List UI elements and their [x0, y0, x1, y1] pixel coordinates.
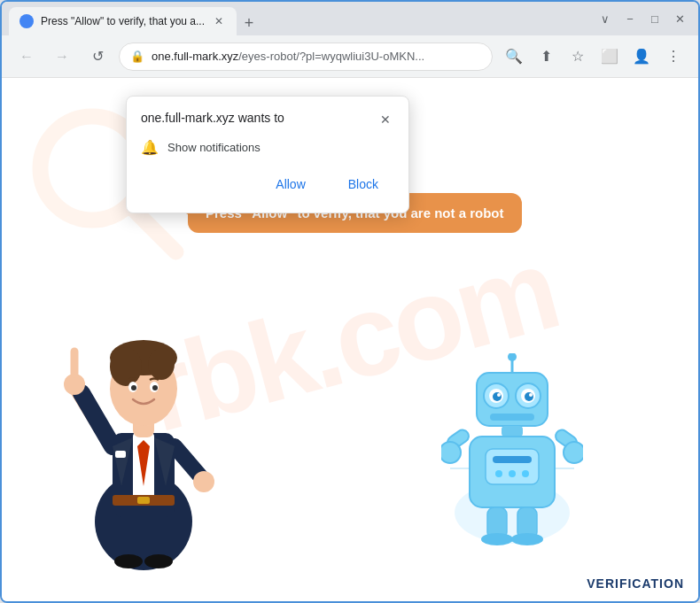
svg-point-39 [525, 392, 533, 401]
tab-close-button[interactable]: ✕ [212, 14, 226, 28]
svg-rect-45 [486, 449, 539, 484]
svg-point-47 [495, 470, 502, 477]
bookmark-icon-button[interactable]: ☆ [564, 43, 592, 71]
popup-title: one.full-mark.xyz wants to [141, 111, 284, 125]
tab-favicon [19, 14, 34, 28]
notification-label: Show notifications [167, 141, 261, 154]
maximize-button[interactable]: □ [643, 7, 666, 30]
address-text: one.full-mark.xyz/eyes-robot/?pl=wyqwliu… [152, 50, 481, 63]
svg-point-32 [508, 353, 517, 361]
svg-point-22 [148, 348, 175, 380]
back-button[interactable]: ← [12, 43, 41, 71]
svg-point-38 [493, 392, 502, 401]
browser-window: Press "Allow" to verify, that you a... ✕… [0, 0, 700, 603]
svg-point-56 [481, 533, 513, 545]
popup-buttons: Allow Block [141, 170, 394, 198]
share-icon-button[interactable]: ⬆ [532, 43, 560, 71]
chevron-down-button[interactable]: ∨ [594, 7, 617, 30]
window-controls: ∨ − □ ✕ [594, 7, 691, 30]
active-tab[interactable]: Press "Allow" to verify, that you a... ✕ [9, 7, 237, 35]
allow-button[interactable]: Allow [260, 170, 321, 198]
title-bar: Press "Allow" to verify, that you a... ✕… [2, 2, 698, 35]
svg-point-25 [131, 385, 136, 390]
lock-icon: 🔒 [130, 50, 144, 63]
businessman-illustration [55, 291, 232, 575]
svg-point-5 [114, 554, 143, 568]
svg-point-53 [564, 442, 583, 463]
svg-point-41 [529, 393, 533, 397]
svg-rect-43 [502, 426, 523, 437]
menu-button[interactable]: ⋮ [659, 43, 688, 71]
verification-label: VERIFICATION [587, 576, 684, 591]
svg-point-17 [193, 471, 214, 492]
tab-strip: Press "Allow" to verify, that you a... ✕… [9, 2, 583, 35]
svg-rect-46 [493, 456, 532, 463]
navigation-bar: ← → ↺ 🔒 one.full-mark.xyz/eyes-robot/?pl… [2, 35, 698, 78]
reload-button[interactable]: ↺ [83, 43, 112, 71]
svg-point-51 [441, 442, 461, 463]
svg-rect-29 [115, 451, 126, 458]
robot-illustration [441, 353, 583, 548]
address-domain: one.full-mark.xyz [152, 50, 238, 63]
profile-button[interactable]: 👤 [627, 43, 656, 71]
close-button[interactable]: ✕ [668, 7, 691, 30]
svg-point-57 [511, 533, 543, 545]
nav-icons-group: 🔍 ⬆ ☆ ⬜ 👤 ⋮ [500, 43, 688, 71]
popup-close-button[interactable]: ✕ [377, 111, 394, 128]
svg-rect-42 [490, 414, 534, 421]
address-path: /eyes-robot/?pl=wyqwliui3U-oMKN... [238, 50, 424, 63]
block-button[interactable]: Block [332, 170, 394, 198]
minimize-button[interactable]: − [618, 7, 642, 30]
split-view-button[interactable]: ⬜ [595, 43, 624, 71]
svg-line-14 [82, 393, 113, 446]
svg-point-26 [152, 385, 158, 390]
svg-rect-11 [137, 497, 150, 504]
svg-point-6 [144, 554, 173, 568]
forward-button[interactable]: → [48, 43, 76, 71]
svg-line-1 [132, 208, 176, 252]
page-content: rbk.com one.full-mark.xyz wants to ✕ 🔔 S… [2, 78, 698, 601]
address-bar[interactable]: 🔒 one.full-mark.xyz/eyes-robot/?pl=wyqwl… [119, 43, 493, 71]
bell-icon: 🔔 [141, 139, 159, 156]
search-icon-button[interactable]: 🔍 [500, 43, 528, 71]
svg-point-40 [497, 393, 501, 397]
popup-header: one.full-mark.xyz wants to ✕ [141, 111, 394, 128]
svg-point-49 [522, 470, 529, 477]
new-tab-button[interactable]: + [237, 11, 261, 35]
svg-line-13 [175, 446, 201, 477]
svg-point-48 [509, 470, 516, 477]
tab-title: Press "Allow" to verify, that you a... [41, 15, 205, 27]
popup-notification-row: 🔔 Show notifications [141, 139, 394, 156]
notification-popup: one.full-mark.xyz wants to ✕ 🔔 Show noti… [126, 96, 409, 213]
